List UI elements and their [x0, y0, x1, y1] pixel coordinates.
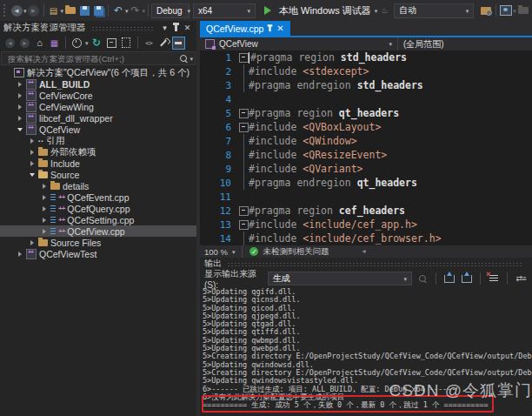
tree-item-qcefviewtest[interactable]: QCefViewTest — [0, 248, 196, 259]
code-line-2[interactable]: 2#include <stdexcept> — [200, 64, 532, 78]
expander-open-icon[interactable] — [17, 126, 23, 133]
tree-item--qcefview-6-6-[interactable]: 解决方案"QCefView"(6 个项目，共 6 个) — [0, 67, 196, 78]
fold-collapse-icon[interactable] — [238, 120, 249, 134]
code-line-7[interactable]: 7#include <QWindow> — [200, 134, 532, 148]
zoom-caret-icon[interactable]: ▾ — [232, 249, 236, 255]
new-folder-icon[interactable] — [516, 3, 530, 17]
auto-mode-combo[interactable]: 自动 ▾ — [394, 3, 474, 18]
output-source-combo[interactable]: 生成 ▾ — [268, 272, 412, 285]
home-icon[interactable]: ⌂ — [33, 37, 46, 50]
save-all-icon[interactable] — [91, 3, 105, 17]
expander-closed-icon[interactable] — [17, 92, 23, 99]
hot-reload-icon[interactable]: ♨ — [377, 3, 391, 17]
tree-item--[interactable]: 外部依赖项 — [0, 146, 196, 158]
tree-item-qcefquery-cpp[interactable]: ++QCefQuery.cpp — [0, 203, 196, 214]
tree-forward-icon[interactable]: ► — [18, 37, 31, 50]
expander-closed-icon[interactable] — [29, 239, 36, 246]
tree-item-include[interactable]: Include — [0, 158, 196, 169]
tree-item-qcefsetting-cpp[interactable]: ++QCefSetting.cpp — [0, 214, 196, 225]
sync-with-active-document-icon[interactable]: ↻ — [90, 37, 103, 50]
properties-wrench-icon[interactable] — [157, 37, 170, 50]
expander-closed-icon[interactable] — [29, 138, 36, 144]
tree-item-cefviewcore[interactable]: CefViewCore — [0, 90, 196, 101]
expander-closed-icon[interactable] — [17, 115, 23, 122]
pending-changes-filter-icon[interactable] — [70, 37, 83, 50]
expander-closed-icon[interactable] — [29, 149, 36, 156]
attach-to-process-icon[interactable] — [499, 3, 513, 17]
expander-closed-icon[interactable] — [17, 81, 23, 88]
view-code-icon[interactable]: <> — [143, 37, 156, 50]
code-line-6[interactable]: 6#include <QVBoxLayout> — [200, 120, 532, 134]
previous-message-icon[interactable] — [442, 272, 456, 285]
tree-back-icon[interactable]: ◄ — [3, 37, 17, 50]
code-line-11[interactable]: 11 — [200, 190, 532, 204]
fold-collapse-icon[interactable] — [238, 204, 249, 218]
tab-qcefview-cpp[interactable]: QCefView.cpp ✕ — [200, 21, 290, 36]
navigate-forward-icon[interactable]: ► — [27, 3, 41, 17]
expander-closed-icon[interactable] — [41, 183, 48, 190]
code-editor[interactable]: 1#pragma region std_headers2#include <st… — [200, 50, 532, 245]
zoom-level[interactable]: 100 % — [204, 247, 228, 257]
tree-item--[interactable]: ▪▪引用 — [0, 135, 196, 146]
code-line-4[interactable]: 4 — [200, 92, 532, 106]
code-line-12[interactable]: 12#pragma region cef_headers — [200, 204, 532, 218]
fold-collapse-icon[interactable] — [238, 50, 249, 64]
solution-search-box[interactable]: ▾ — [1, 51, 196, 65]
health-check-icon[interactable]: ✓ — [249, 247, 258, 256]
tab-close-icon[interactable]: ✕ — [276, 23, 283, 33]
expander-closed-icon[interactable] — [29, 160, 36, 167]
find-message-icon[interactable] — [416, 272, 429, 285]
solution-platform-combo[interactable]: x64 ▾ — [193, 3, 256, 18]
undo-icon[interactable]: ↶ — [111, 3, 125, 17]
code-line-1[interactable]: 1#pragma region std_headers — [200, 50, 532, 64]
expander-closed-icon[interactable] — [17, 251, 23, 258]
clear-all-icon[interactable] — [487, 272, 501, 285]
tree-item-qcefevent-cpp[interactable]: ++QCefEvent.cpp — [0, 191, 196, 203]
switch-views-icon[interactable]: ▦ — [48, 37, 61, 50]
tree-item-all-build[interactable]: ALL_BUILD — [0, 78, 196, 90]
navigate-back-icon[interactable]: ◄ — [10, 3, 23, 17]
tree-item-source[interactable]: Source — [0, 169, 196, 180]
search-options-caret-icon[interactable]: ▾ — [190, 56, 193, 62]
search-icon[interactable] — [180, 55, 187, 62]
preview-selected-items-icon[interactable] — [172, 37, 185, 50]
solution-explorer-titlebar[interactable]: 解决方案资源管理器 ▾ ✕ — [0, 21, 196, 35]
tab-pin-icon[interactable] — [269, 25, 271, 30]
open-folder-icon[interactable] — [63, 3, 77, 17]
code-line-3[interactable]: 3#pragma endregion std_headers — [200, 78, 532, 92]
toolbar-grip[interactable] — [3, 3, 6, 17]
code-line-10[interactable]: 10#pragma endregion qt_headers — [200, 176, 532, 190]
toggle-word-wrap-icon[interactable]: ⇄≡ — [514, 272, 528, 285]
nav-object-combo[interactable]: QCefView ▾ — [200, 37, 398, 50]
tree-item-cefviewwing[interactable]: CefViewWing — [0, 101, 196, 112]
redo-caret-icon[interactable]: ▾ — [143, 8, 146, 14]
show-all-files-icon[interactable] — [120, 37, 133, 50]
window-position-icon[interactable]: ▾ — [159, 23, 170, 34]
expander-closed-icon[interactable] — [41, 194, 48, 201]
expander-closed-icon[interactable] — [17, 104, 23, 111]
code-line-8[interactable]: 8#include <QResizeEvent> — [200, 148, 532, 162]
nav-scope-combo[interactable]: (全局范围) — [398, 37, 532, 50]
next-message-icon[interactable] — [460, 272, 474, 285]
collapse-all-icon[interactable] — [105, 37, 118, 50]
health-status-text[interactable]: 未检测到相关问题 — [263, 246, 329, 258]
fold-collapse-icon[interactable] — [238, 218, 249, 231]
tree-item-qcefview[interactable]: QCefView — [0, 124, 196, 135]
expander-closed-icon[interactable] — [41, 228, 48, 235]
expander-closed-icon[interactable] — [41, 217, 48, 224]
redo-icon[interactable]: ↷ — [129, 3, 143, 17]
tree-item-source-files[interactable]: Source Files — [0, 237, 196, 248]
save-icon[interactable] — [77, 3, 91, 17]
start-debug-icon[interactable] — [261, 3, 275, 17]
tree-item-libcef-dll-wrapper[interactable]: libcef_dll_wrapper — [0, 112, 196, 124]
fold-collapse-icon[interactable] — [238, 106, 249, 120]
find-in-files-icon[interactable] — [479, 3, 493, 17]
solution-search-input[interactable] — [6, 53, 177, 64]
expander-open-icon[interactable] — [29, 171, 36, 178]
filter-caret-icon[interactable]: ▾ — [85, 40, 89, 46]
close-icon[interactable]: ✕ — [182, 23, 193, 34]
code-line-13[interactable]: 13#include <include/cef_app.h> — [200, 218, 532, 231]
solution-configuration-combo[interactable]: Debug ▾ — [151, 3, 190, 18]
hscroll-left-arrow-icon[interactable]: ◄ — [361, 248, 367, 254]
tree-item-details[interactable]: details — [0, 180, 196, 191]
